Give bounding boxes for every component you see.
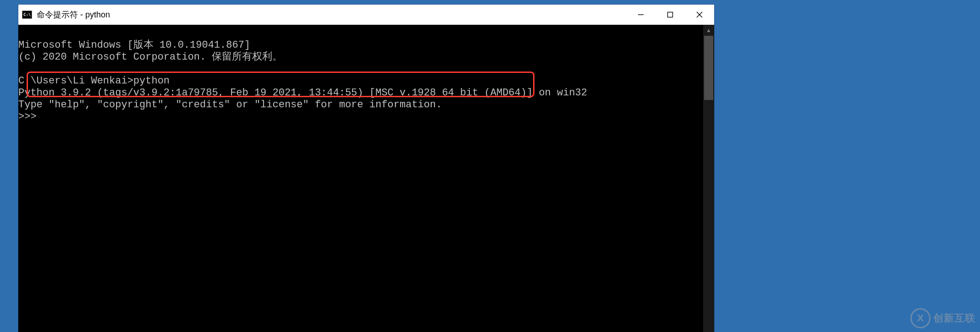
watermark: X 创新互联: [910, 308, 975, 328]
titlebar[interactable]: 命令提示符 - python: [18, 5, 714, 25]
minimize-icon: [638, 11, 644, 18]
terminal-line: C:\Users\Li Wenkai>python: [18, 75, 170, 87]
blank-line: [18, 63, 701, 75]
terminal-line: (c) 2020 Microsoft Corporation. 保留所有权利。: [18, 51, 282, 63]
close-icon: [696, 11, 703, 18]
cmd-app-icon: [22, 11, 32, 19]
watermark-text: 创新互联: [933, 313, 975, 323]
window-controls: [626, 5, 714, 25]
scrollbar[interactable]: ▲: [703, 25, 714, 332]
terminal-prompt: >>>: [18, 111, 37, 122]
scroll-up-arrow-icon[interactable]: ▲: [703, 25, 714, 36]
minimize-button[interactable]: [626, 5, 655, 25]
cmd-window: 命令提示符 - python Microsoft Windows [版本 10.…: [18, 5, 714, 332]
terminal-line: Microsoft Windows [版本 10.0.19041.867]: [18, 39, 250, 51]
maximize-icon: [667, 11, 673, 18]
close-button[interactable]: [685, 5, 714, 25]
scroll-thumb[interactable]: [704, 36, 713, 100]
terminal-line: Type "help", "copyright", "credits" or "…: [18, 99, 442, 111]
terminal-output[interactable]: Microsoft Windows [版本 10.0.19041.867] (c…: [18, 25, 703, 332]
watermark-badge-letter: X: [917, 313, 924, 323]
window-title: 命令提示符 - python: [37, 9, 110, 20]
svg-rect-1: [668, 12, 673, 17]
maximize-button[interactable]: [655, 5, 685, 25]
terminal-area: Microsoft Windows [版本 10.0.19041.867] (c…: [18, 25, 714, 332]
terminal-line: Python 3.9.2 (tags/v3.9.2:1a79785, Feb 1…: [18, 87, 587, 99]
watermark-badge-icon: X: [910, 308, 930, 328]
